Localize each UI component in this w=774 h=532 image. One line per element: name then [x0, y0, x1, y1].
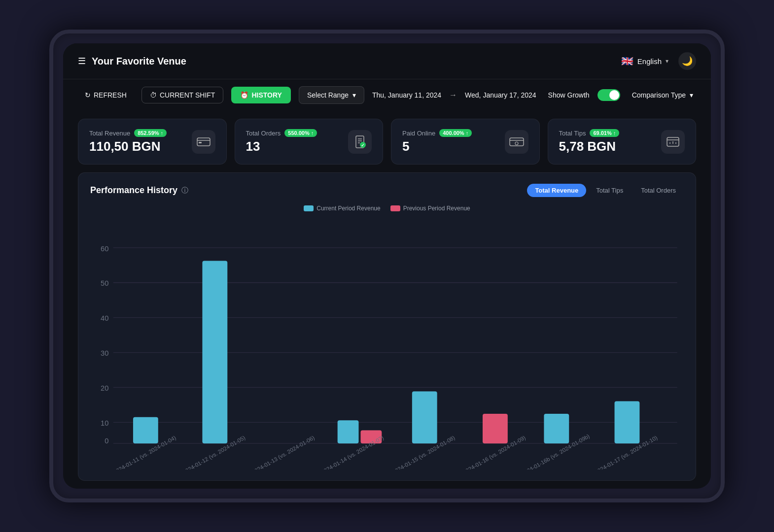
current-shift-button[interactable]: ⏱ CURRENT SHIFT — [141, 87, 224, 103]
bar-prev-5 — [483, 414, 508, 443]
tablet-frame: ☰ Your Favorite Venue 🇬🇧 English ▾ 🌙 ↻ R… — [49, 30, 725, 502]
legend-current-dot — [304, 205, 314, 211]
select-range-dropdown[interactable]: Select Range ▾ — [299, 86, 364, 104]
svg-text:20: 20 — [101, 384, 108, 392]
language-selector[interactable]: 🇬🇧 English ▾ — [621, 55, 668, 67]
bar-current-1 — [202, 261, 227, 444]
legend-current: Current Period Revenue — [304, 205, 380, 212]
svg-text:✓: ✓ — [361, 143, 365, 148]
svg-rect-2 — [199, 142, 202, 143]
stat-badge-revenue: 852.59% ↑ — [134, 129, 167, 137]
moon-icon: 🌙 — [682, 56, 693, 66]
svg-text:40: 40 — [101, 314, 108, 322]
stat-card-info-revenue: Total Revenue 852.59% ↑ 110,50 BGN — [89, 129, 167, 154]
app-title: Your Favorite Venue — [92, 56, 186, 67]
chart-section: Performance History ⓘ Total Revenue Tota… — [78, 172, 696, 481]
comparison-chevron: ▾ — [690, 91, 693, 99]
legend-previous: Previous Period Revenue — [390, 205, 470, 212]
stat-icon-paid-online — [505, 130, 528, 154]
show-growth-label: Show Growth — [548, 91, 590, 99]
tab-total-revenue[interactable]: Total Revenue — [527, 184, 586, 197]
stat-badge-paid-online: 400.00% ↑ — [439, 129, 472, 137]
stat-label-revenue: Total Revenue 852.59% ↑ — [89, 129, 167, 137]
stat-card-paid-online: Paid Online 400.00% ↑ 5 — [391, 119, 540, 165]
stat-value-paid-online: 5 — [402, 139, 472, 154]
stat-card-info-paid-online: Paid Online 400.00% ↑ 5 — [402, 129, 472, 154]
app-container: ☰ Your Favorite Venue 🇬🇧 English ▾ 🌙 ↻ R… — [63, 43, 711, 489]
stat-icon-orders: ✓ — [348, 130, 372, 154]
tab-total-orders[interactable]: Total Orders — [633, 184, 684, 197]
clock-icon: ⏱ — [150, 91, 157, 99]
history-label: HISTORY — [251, 91, 281, 99]
arrow-icon: → — [449, 91, 457, 100]
svg-point-11 — [515, 142, 518, 145]
bar-current-3 — [338, 420, 359, 443]
stat-icon-tips — [661, 130, 685, 154]
comparison-type-dropdown[interactable]: Comparison Type ▾ — [632, 91, 693, 99]
svg-text:10: 10 — [101, 419, 108, 427]
refresh-label: REFRESH — [94, 91, 127, 99]
stat-card-tips: Total Tips 69.01% ↑ 5,78 BGN — [548, 119, 697, 165]
chevron-down-icon: ▾ — [666, 58, 668, 65]
flag-icon: 🇬🇧 — [621, 55, 633, 67]
info-icon: ⓘ — [181, 186, 188, 195]
svg-rect-0 — [197, 138, 210, 146]
svg-text:2024-01-13 (vs. 2024-01-06): 2024-01-13 (vs. 2024-01-06) — [251, 434, 316, 469]
legend-current-label: Current Period Revenue — [317, 205, 380, 212]
svg-text:60: 60 — [101, 245, 108, 253]
history-icon: ⏰ — [240, 91, 248, 99]
performance-chart: 60 50 40 30 20 10 0 — [90, 220, 684, 469]
stat-label-orders: Total Orders 550.00% ↑ — [246, 129, 317, 137]
stat-badge-tips: 69.01% ↑ — [590, 129, 619, 137]
bar-current-0 — [133, 417, 158, 444]
hamburger-icon[interactable]: ☰ — [78, 56, 86, 66]
show-growth-toggle[interactable] — [598, 89, 620, 101]
stat-card-orders: Total Orders 550.00% ↑ 13 ✓ — [235, 119, 384, 165]
stat-icon-revenue — [192, 130, 215, 154]
legend-previous-label: Previous Period Revenue — [403, 205, 470, 212]
stat-value-tips: 5,78 BGN — [559, 139, 620, 154]
theme-toggle-button[interactable]: 🌙 — [678, 52, 696, 70]
date-to[interactable]: Wed, January 17, 2024 — [465, 91, 536, 99]
stat-card-info-orders: Total Orders 550.00% ↑ 13 — [246, 129, 317, 154]
chart-tabs: Total Revenue Total Tips Total Orders — [527, 184, 684, 197]
chart-header: Performance History ⓘ Total Revenue Tota… — [90, 184, 684, 197]
stat-card-info-tips: Total Tips 69.01% ↑ 5,78 BGN — [559, 129, 620, 154]
bar-current-6 — [544, 414, 569, 443]
current-shift-label: CURRENT SHIFT — [160, 91, 215, 99]
history-button[interactable]: ⏰ HISTORY — [231, 87, 290, 103]
stat-label-tips: Total Tips 69.01% ↑ — [559, 129, 620, 137]
svg-text:50: 50 — [101, 279, 108, 287]
tab-total-tips[interactable]: Total Tips — [588, 184, 631, 197]
svg-text:0: 0 — [105, 437, 108, 445]
comparison-type-label: Comparison Type — [632, 91, 686, 99]
chart-legend: Current Period Revenue Previous Period R… — [90, 205, 684, 212]
chart-title: Performance History ⓘ — [90, 185, 188, 196]
stat-value-orders: 13 — [246, 139, 317, 154]
header: ☰ Your Favorite Venue 🇬🇧 English ▾ 🌙 — [63, 43, 711, 79]
select-range-label: Select Range — [307, 91, 349, 99]
refresh-icon: ↻ — [85, 91, 91, 99]
svg-text:30: 30 — [101, 349, 108, 357]
select-range-chevron: ▾ — [352, 91, 356, 99]
stat-card-revenue: Total Revenue 852.59% ↑ 110,50 BGN — [78, 119, 227, 165]
stats-row: Total Revenue 852.59% ↑ 110,50 BGN — [63, 111, 711, 172]
stat-value-revenue: 110,50 BGN — [89, 139, 167, 154]
date-from[interactable]: Thu, January 11, 2024 — [372, 91, 441, 99]
stat-badge-orders: 550.00% ↑ — [284, 129, 317, 137]
chart-wrapper: 60 50 40 30 20 10 0 — [90, 220, 684, 469]
refresh-button[interactable]: ↻ REFRESH — [78, 87, 134, 103]
language-label: English — [637, 57, 662, 66]
bar-current-4 — [412, 391, 437, 443]
bar-current-7 — [615, 401, 640, 444]
header-right: 🇬🇧 English ▾ 🌙 — [621, 52, 696, 70]
legend-previous-dot — [390, 205, 400, 211]
toolbar: ↻ REFRESH ⏱ CURRENT SHIFT ⏰ HISTORY Sele… — [63, 79, 711, 111]
header-left: ☰ Your Favorite Venue — [78, 56, 186, 67]
stat-label-paid-online: Paid Online 400.00% ↑ — [402, 129, 472, 137]
